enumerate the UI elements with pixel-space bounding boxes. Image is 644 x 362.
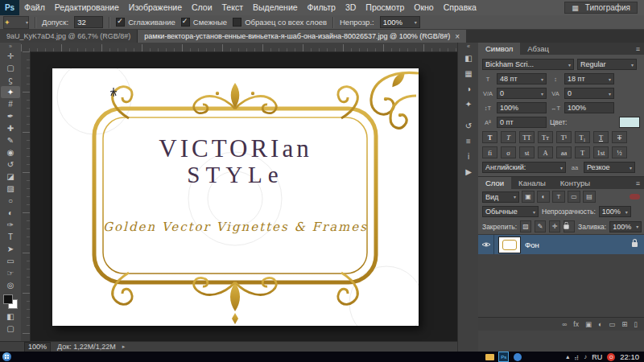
filter-type-layers-icon[interactable]: T	[552, 191, 565, 203]
tray-app-icon[interactable]: O	[607, 353, 615, 361]
baseline-shift-input[interactable]: 0 пт	[497, 117, 547, 128]
lock-all-icon[interactable]	[564, 220, 575, 232]
tray-volume-icon[interactable]: ♪	[584, 353, 587, 360]
layer-style-icon[interactable]: fx	[573, 320, 579, 328]
brush-tool[interactable]: ✎	[1, 134, 20, 146]
zoom-level-input[interactable]: 100%	[24, 342, 51, 352]
strikethrough-button[interactable]: T	[612, 131, 627, 143]
toolbar-collapse-icon[interactable]: »	[9, 43, 12, 50]
small-caps-button[interactable]: Tт	[538, 131, 553, 143]
collapse-panels-icon[interactable]: «	[467, 43, 470, 51]
tracking-dropdown[interactable]: 0 ▾	[564, 88, 614, 99]
horizontal-scale-input[interactable]: 100%	[564, 102, 614, 113]
tab-paths[interactable]: Контуры	[553, 177, 597, 189]
magic-wand-tool[interactable]: ✦	[1, 86, 20, 98]
lock-transparent-pixels-icon[interactable]: ▨	[520, 220, 531, 232]
layer-mask-icon[interactable]: ▣	[585, 320, 592, 328]
menu-item-type[interactable]: Текст	[217, 0, 248, 15]
taskbar-folder-icon[interactable]	[484, 352, 496, 362]
screen-mode-button[interactable]: ▢	[1, 323, 20, 335]
menu-item-image[interactable]: Изображение	[124, 0, 187, 15]
history-panel-icon[interactable]: ↺	[460, 118, 477, 134]
actions-panel-icon[interactable]: ▶	[460, 164, 477, 179]
fill-dropdown[interactable]: 100% ▾	[609, 221, 642, 232]
dodge-tool[interactable]: ◐	[1, 207, 20, 219]
faux-italic-button[interactable]: T	[501, 131, 516, 143]
vertical-ruler[interactable]	[21, 51, 31, 341]
menu-item-view[interactable]: Просмотр	[361, 0, 409, 15]
font-size-dropdown[interactable]: 48 пт ▾	[497, 73, 547, 84]
menu-item-filter[interactable]: Фильтр	[303, 0, 341, 15]
workspace-switcher-button[interactable]: ▦ Типография	[564, 2, 638, 14]
lock-position-icon[interactable]: ✛	[549, 220, 560, 232]
panel-menu-icon[interactable]: ≡	[632, 177, 644, 189]
tray-language-indicator[interactable]: RU	[592, 353, 602, 361]
shape-tool[interactable]: ▭	[1, 255, 20, 267]
lock-image-pixels-icon[interactable]: ✎	[535, 220, 546, 232]
leading-dropdown[interactable]: 18 пт ▾	[564, 73, 614, 84]
tray-network-icon[interactable]: ⣴	[574, 353, 579, 360]
pen-tool[interactable]: ✑	[1, 219, 20, 231]
discretionary-ligatures-button[interactable]: st	[519, 146, 535, 158]
styles-panel-icon[interactable]: ✦	[460, 97, 477, 112]
foreground-color-swatch[interactable]	[3, 294, 13, 304]
filter-shape-layers-icon[interactable]: ▭	[568, 191, 580, 203]
opacity-dropdown[interactable]: 100% ▾	[380, 16, 420, 28]
document-canvas[interactable]: VICTORIan STYLe Golden Vector Vignettes …	[52, 68, 419, 326]
ordinals-button[interactable]: 1st	[593, 146, 609, 158]
menu-item-layers[interactable]: Слои	[187, 0, 217, 15]
titling-alternates-button[interactable]: T	[575, 146, 590, 158]
menu-item-3d[interactable]: 3D	[341, 0, 361, 15]
adjustment-layer-icon[interactable]: ◐	[598, 320, 602, 328]
tray-clock[interactable]: 22:10	[620, 352, 639, 361]
horizontal-ruler[interactable]	[21, 43, 457, 52]
blend-mode-dropdown[interactable]: Обычные ▾	[482, 206, 539, 217]
antialias-checkbox-group[interactable]: Сглаживание	[116, 18, 175, 27]
underline-button[interactable]: T	[593, 131, 609, 143]
delete-layer-icon[interactable]: ▯	[634, 320, 638, 328]
properties-panel-icon[interactable]: ≡	[460, 134, 477, 149]
superscript-button[interactable]: T¹	[556, 131, 572, 143]
contextual-alternates-button[interactable]: σ	[501, 146, 516, 158]
filter-smart-objects-icon[interactable]: ▤	[583, 191, 596, 203]
tolerance-input[interactable]: 32	[74, 16, 103, 28]
zoom-tool[interactable]: ◎	[1, 279, 20, 291]
layer-thumbnail[interactable]	[498, 237, 521, 253]
canvas-area[interactable]: VICTORIan STYLe Golden Vector Vignettes …	[21, 43, 457, 341]
layer-opacity-dropdown[interactable]: 100% ▾	[599, 206, 631, 217]
language-dropdown[interactable]: Английский: ▾	[482, 162, 566, 173]
vertical-scale-input[interactable]: 100%	[497, 102, 547, 113]
quick-mask-button[interactable]: ◧	[1, 311, 20, 323]
move-tool[interactable]: ✛	[1, 50, 20, 62]
filter-adjustment-layers-icon[interactable]: ◐	[537, 191, 550, 203]
antialias-checkbox[interactable]	[116, 18, 125, 27]
tool-preset-picker[interactable]: ✦ ▾	[3, 16, 29, 29]
hand-tool[interactable]: ☞	[1, 267, 20, 279]
sample-all-layers-checkbox[interactable]	[233, 18, 242, 27]
layer-row-background[interactable]: Фон	[478, 235, 644, 254]
taskbar-photoshop-icon[interactable]: Ps	[497, 352, 510, 362]
taskbar-browser-icon[interactable]	[511, 352, 523, 362]
clone-stamp-tool[interactable]: ◉	[1, 146, 20, 158]
text-color-swatch[interactable]	[619, 117, 640, 128]
menu-item-select[interactable]: Выделение	[248, 0, 303, 15]
font-style-dropdown[interactable]: Regular ▾	[577, 59, 637, 70]
stylistic-alternates-button[interactable]: aa	[556, 146, 572, 158]
document-tab-1[interactable]: 9aU_KyK7aD4.jpg @ 66,7% (RGB/8#)	[0, 30, 138, 43]
document-tab-2[interactable]: рамки-вектора-установ-енные-виньетка-я-ш…	[138, 30, 466, 43]
font-family-dropdown[interactable]: Bickham Scri... ▾	[482, 59, 574, 70]
new-layer-icon[interactable]: ⊞	[621, 320, 627, 328]
layer-filter-toggle[interactable]	[630, 194, 640, 200]
panel-menu-icon[interactable]: ≡	[632, 43, 644, 55]
kerning-dropdown[interactable]: 0 ▾	[497, 88, 547, 99]
layer-filter-dropdown[interactable]: Вид ▾	[482, 191, 519, 203]
filter-pixel-layers-icon[interactable]: ▣	[522, 191, 535, 203]
all-caps-button[interactable]: TT	[519, 131, 535, 143]
menu-item-help[interactable]: Справка	[439, 0, 481, 15]
subscript-button[interactable]: T₁	[575, 131, 590, 143]
lasso-tool[interactable]: ϛ	[1, 74, 20, 86]
menu-item-edit[interactable]: Редактирование	[50, 0, 124, 15]
fractions-button[interactable]: ½	[612, 146, 627, 158]
tab-paragraph[interactable]: Абзац	[520, 43, 556, 55]
swash-button[interactable]: A	[538, 146, 553, 158]
